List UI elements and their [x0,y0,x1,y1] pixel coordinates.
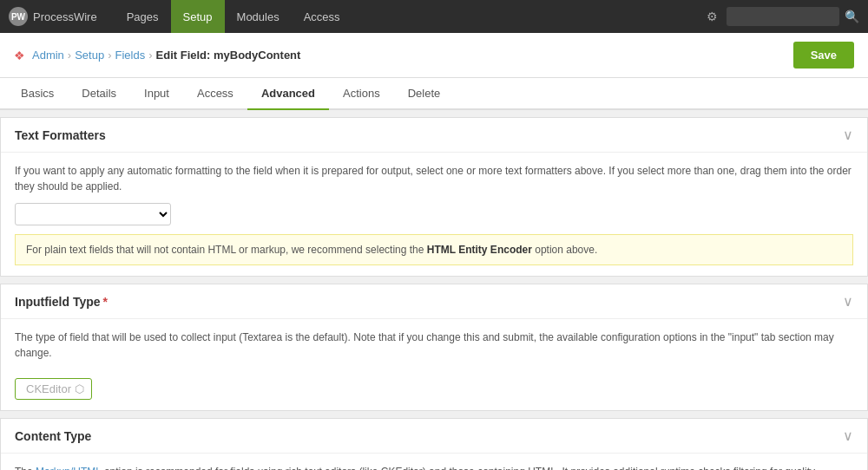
logo[interactable]: PW ProcessWire [9,7,97,26]
text-formatters-select[interactable]: HTML Entity Encoder Markdown Textile [15,203,171,225]
inputfield-type-collapse-icon[interactable]: ∨ [843,293,853,310]
breadcrumb: ❖ Admin › Setup › Fields › Edit Field: m… [14,49,300,62]
tab-input[interactable]: Input [130,78,183,110]
breadcrumb-current: Edit Field: myBodyContent [156,49,301,62]
content-type-body: The Markup/HTML option is recommended fo… [1,454,867,470]
html-entity-encoder-link[interactable]: HTML Entity Encoder [427,244,532,256]
tab-advanced[interactable]: Advanced [247,78,329,110]
gear-icon[interactable]: ⚙ [707,10,718,23]
nav-modules[interactable]: Modules [225,0,292,33]
inputfield-type-header: Inputfield Type* ∨ [1,284,867,319]
text-formatters-info-box: For plain text fields that will not cont… [15,234,853,265]
inputfield-type-desc: The type of field that will be used to c… [15,330,853,361]
required-star: * [103,295,108,309]
ckeditor-label: CKEditor [26,382,71,395]
tab-access[interactable]: Access [183,78,247,110]
tab-delete[interactable]: Delete [394,78,455,110]
content-type-title: Content Type [15,429,91,443]
nav-setup[interactable]: Setup [171,0,225,33]
ckeditor-arrow-icon: ⬡ [75,382,84,395]
markup-html-link[interactable]: Markup/HTML [36,466,102,470]
top-navigation: PW ProcessWire Pages Setup Modules Acces… [0,0,868,33]
info-text-after: option above. [532,244,597,256]
main-content: Text Formatters ∨ If you want to apply a… [0,117,868,470]
tab-details[interactable]: Details [68,78,130,110]
save-button[interactable]: Save [793,42,854,69]
text-formatters-title: Text Formatters [15,128,106,142]
logo-icon: PW [9,7,28,26]
breadcrumb-setup[interactable]: Setup [75,49,104,62]
search-input[interactable] [727,7,839,26]
text-formatters-section: Text Formatters ∨ If you want to apply a… [0,117,868,277]
nav-links: Pages Setup Modules Access [115,0,707,33]
inputfield-type-select[interactable]: CKEditor ⬡ [15,378,92,400]
tab-basics[interactable]: Basics [7,78,68,110]
search-area: ⚙ 🔍 [707,7,859,26]
content-type-section: Content Type ∨ The Markup/HTML option is… [0,418,868,470]
content-type-collapse-icon[interactable]: ∨ [843,428,853,444]
tab-actions[interactable]: Actions [329,78,394,110]
tab-bar: Basics Details Input Access Advanced Act… [0,78,868,110]
content-type-desc: The Markup/HTML option is recommended fo… [15,464,853,470]
breadcrumb-fields[interactable]: Fields [115,49,146,62]
sep3: › [148,49,152,62]
inputfield-type-body: The type of field that will be used to c… [1,319,867,410]
inputfield-type-section: Inputfield Type* ∨ The type of field tha… [0,284,868,411]
breadcrumb-bar: ❖ Admin › Setup › Fields › Edit Field: m… [0,33,868,78]
breadcrumb-admin[interactable]: Admin [32,49,64,62]
text-formatters-collapse-icon[interactable]: ∨ [843,127,853,143]
nav-pages[interactable]: Pages [115,0,171,33]
logo-text: ProcessWire [33,10,97,23]
info-text-before: For plain text fields that will not cont… [26,244,427,256]
text-formatters-desc: If you want to apply any automatic forma… [15,163,853,194]
sep2: › [108,49,111,62]
sep1: › [68,49,71,62]
content-type-header: Content Type ∨ [1,419,867,454]
nav-access[interactable]: Access [292,0,352,33]
inputfield-type-title: Inputfield Type* [15,295,108,309]
org-icon: ❖ [14,49,25,62]
text-formatters-header: Text Formatters ∨ [1,118,867,153]
search-icon[interactable]: 🔍 [845,10,859,23]
text-formatters-body: If you want to apply any automatic forma… [1,153,867,276]
